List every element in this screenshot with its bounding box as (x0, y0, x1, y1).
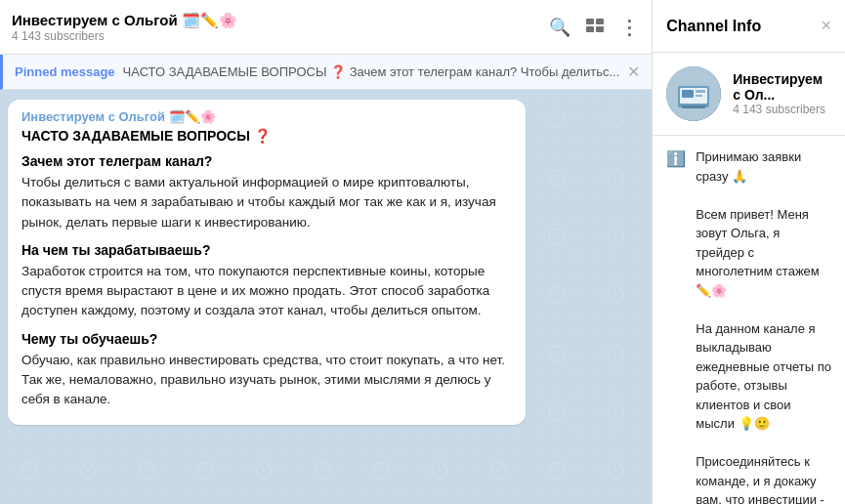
desc-row: ℹ️ Принимаю заявки сразу 🙏 Всем привет! … (666, 147, 831, 504)
chat-subtitle: 4 143 subscribers (12, 29, 549, 43)
section-2-heading: Чему ты обучаешь? (21, 331, 512, 347)
chat-header-info: Инвестируем с Ольгой 🗓️✏️🌸 4 143 subscri… (12, 12, 549, 43)
section-2: Чему ты обучаешь? Обучаю, как правильно … (21, 331, 512, 410)
search-icon[interactable]: 🔍 (549, 17, 570, 38)
channel-avatar-section: Инвестируем с Ол... 4 143 subscribers (653, 53, 845, 136)
info-circle-icon: ℹ️ (666, 149, 686, 168)
description-section: ℹ️ Принимаю заявки сразу 🙏 Всем привет! … (653, 136, 845, 504)
chat-title: Инвестируем с Ольгой 🗓️✏️🌸 (12, 12, 549, 29)
section-0-heading: Зачем этот телеграм канал? (21, 153, 512, 169)
message-bubble: Инвестируем с Ольгой 🗓️✏️🌸 ЧАСТО ЗАДАВАЕ… (8, 100, 526, 425)
header-icons: 🔍 ⋮ (549, 16, 640, 39)
channel-meta: Инвестируем с Ол... 4 143 subscribers (733, 71, 831, 116)
channel-avatar (666, 66, 721, 121)
info-header: Channel Info × (653, 0, 845, 53)
pinned-message: Pinned message ЧАСТО ЗАДАВАЕМЫЕ ВОПРОСЫ … (0, 55, 652, 90)
message-sender: Инвестируем с Ольгой 🗓️✏️🌸 (21, 109, 512, 124)
chat-header: Инвестируем с Ольгой 🗓️✏️🌸 4 143 subscri… (0, 0, 652, 55)
more-icon[interactable]: ⋮ (619, 16, 640, 39)
svg-rect-2 (586, 26, 594, 32)
svg-rect-0 (586, 19, 594, 24)
svg-rect-3 (596, 26, 604, 32)
message-title: ЧАСТО ЗАДАВАЕМЫЕ ВОПРОСЫ ❓ (21, 128, 512, 144)
chat-panel: Инвестируем с Ольгой 🗓️✏️🌸 4 143 subscri… (0, 0, 653, 504)
layout-icon[interactable] (586, 19, 604, 36)
avatar-image (666, 66, 721, 121)
pinned-label: Pinned message (15, 64, 115, 79)
info-close-button[interactable]: × (821, 16, 831, 36)
pinned-text: ЧАСТО ЗАДАВАЕМЫЕ ВОПРОСЫ ❓ Зачем этот те… (123, 64, 620, 79)
chat-messages[interactable]: Инвестируем с Ольгой 🗓️✏️🌸 ЧАСТО ЗАДАВАЕ… (0, 90, 652, 504)
svg-rect-8 (696, 90, 705, 93)
svg-rect-7 (682, 90, 694, 98)
section-0: Зачем этот телеграм канал? Чтобы делитьс… (21, 153, 512, 232)
section-1-body: Заработок строится на том, что покупаютс… (21, 262, 512, 321)
info-panel: Channel Info × (653, 0, 845, 504)
desc-content: Принимаю заявки сразу 🙏 Всем привет! Мен… (696, 147, 831, 504)
section-2-body: Обучаю, как правильно инвестировать сред… (21, 351, 512, 410)
info-panel-title: Channel Info (666, 18, 761, 35)
section-0-body: Чтобы делиться с вами актуальной информа… (21, 173, 512, 232)
channel-meta-subscribers: 4 143 subscribers (733, 103, 831, 116)
channel-meta-name: Инвестируем с Ол... (733, 71, 831, 103)
svg-rect-9 (696, 95, 702, 97)
description-text: Принимаю заявки сразу 🙏 Всем привет! Мен… (696, 147, 831, 504)
section-1: На чем ты зарабатываешь? Заработок строи… (21, 242, 512, 321)
svg-rect-1 (596, 19, 604, 24)
pinned-close-button[interactable]: ✕ (627, 63, 640, 81)
section-1-heading: На чем ты зарабатываешь? (21, 242, 512, 258)
svg-rect-10 (682, 105, 705, 108)
